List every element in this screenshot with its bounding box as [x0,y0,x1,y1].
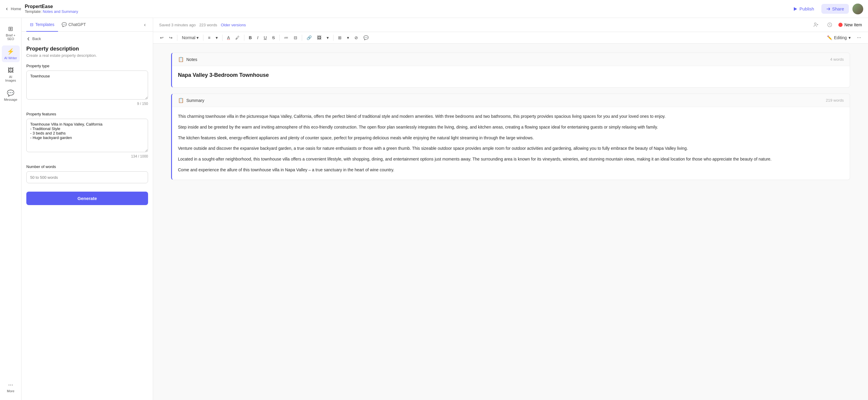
word-count: 223 words [199,23,217,27]
clock-button[interactable] [825,21,835,29]
more-icon: ··· [8,381,13,388]
text-style-select[interactable]: Normal ▾ [180,34,201,41]
summary-title: Summary [186,98,204,103]
bold-button[interactable]: B [247,34,254,41]
svg-marker-0 [794,7,797,11]
tab-chatgpt[interactable]: 💬 ChatGPT [58,18,89,32]
align-dropdown-button[interactable]: ▾ [214,34,220,41]
align-button[interactable]: ≡ [206,34,212,41]
sidebar-item-message[interactable]: 💬 Message [2,87,20,104]
ai-images-icon: 🖼 [8,67,14,74]
undo-button[interactable]: ↩ [158,34,166,41]
sidebar-item-brief-seo[interactable]: ⊞ Brief + SEO [2,23,20,43]
saved-status: Saved 3 minutes ago [159,23,196,27]
summary-icon: 📋 [178,97,184,103]
chatgpt-tab-icon: 💬 [62,22,67,27]
property-features-label: Property features [26,112,148,116]
clear-format-button[interactable]: ⊘ [352,34,360,41]
new-item-button[interactable]: New Item [838,23,862,27]
summary-para-6: Come and experience the allure of this t… [178,167,844,174]
add-user-button[interactable] [811,21,821,29]
summary-section-header: 📋 Summary 219 words [172,94,850,107]
back-button[interactable]: Back [26,36,41,41]
sidebar-item-more[interactable]: ··· More [2,379,20,395]
toolbar-sep-6 [302,35,302,41]
summary-section: 📋 Summary 219 words This charming townho… [171,94,850,180]
ai-images-label: AI Images [4,75,17,82]
italic-button[interactable]: I [255,34,260,41]
share-button[interactable]: Share [822,4,849,14]
bullet-list-button[interactable]: ≔ [282,34,290,41]
brief-seo-label: Brief + SEO [4,33,17,41]
notes-doc-title[interactable]: Napa Valley 3-Bedroom Townhouse [178,72,844,78]
strikethrough-button[interactable]: S [270,34,277,41]
image-dropdown-button[interactable]: ▾ [324,34,331,41]
editor-meta: Saved 3 minutes ago 223 words Older vers… [159,23,246,27]
panel-content: Back Property description Create a real … [22,32,153,400]
table-dropdown-button[interactable]: ▾ [345,34,351,41]
generate-button[interactable]: Generate [26,192,148,205]
number-of-words-input[interactable] [26,171,148,183]
notes-section-header: 📋 Notes 4 words [172,53,850,66]
notes-section: 📋 Notes 4 words Napa Valley 3-Bedroom To… [171,53,850,88]
toolbar-sep-1 [177,35,177,41]
publish-button[interactable]: Publish [789,4,818,14]
highlight-button[interactable]: 🖊 [233,34,242,41]
message-label: Message [4,98,17,101]
toolbar-sep-4 [244,35,244,41]
property-type-counter: 9 / 150 [26,102,148,106]
property-type-label: Property type [26,64,148,68]
sidebar-item-ai-writer[interactable]: ⚡ AI Writer [2,45,20,62]
edit-icon: ✏️ [827,35,832,40]
summary-para-1: This charming townhouse villa in the pic… [178,113,844,120]
ai-writer-icon: ⚡ [7,48,14,55]
table-button[interactable]: ⊞ [336,34,344,41]
summary-word-count: 219 words [826,98,844,103]
older-versions-link[interactable]: Older versions [221,23,246,27]
panel-tabs: ⊟ Templates 💬 ChatGPT ‹ [22,18,153,32]
new-item-indicator [838,23,843,27]
sidebar-item-ai-images[interactable]: 🖼 AI Images [2,65,20,85]
property-type-field: Property type Townhouse 9 / 150 [26,64,148,106]
sidebar-icons: ⊞ Brief + SEO ⚡ AI Writer 🖼 AI Images 💬 … [0,18,22,400]
text-color-button[interactable]: A [225,34,232,41]
home-button[interactable]: Home [5,7,21,11]
collapse-panel-button[interactable]: ‹ [142,20,148,30]
property-type-input[interactable]: Townhouse [26,71,148,100]
comment-button[interactable]: 💬 [361,34,371,41]
property-features-input[interactable]: Townhouse Villa in Napa Valley, Californ… [26,119,148,152]
panel-section-title: Property description [26,46,148,52]
notes-icon: 📋 [178,57,184,62]
summary-body[interactable]: This charming townhouse villa in the pic… [172,107,850,180]
redo-button[interactable]: ↪ [167,34,175,41]
template-link[interactable]: Notes and Summary [43,9,79,14]
image-button[interactable]: 🖼 [315,34,323,41]
main-layout: ⊞ Brief + SEO ⚡ AI Writer 🖼 AI Images 💬 … [0,18,868,400]
more-options-button[interactable]: ⋯ [855,34,863,41]
toolbar-sep-7 [333,35,334,41]
editor-topbar: Saved 3 minutes ago 223 words Older vers… [153,18,868,32]
new-item-label: New Item [844,23,862,27]
summary-para-2: Step inside and be greeted by the warm a… [178,124,844,131]
summary-para-3: The kitchen features sleek, energy-effic… [178,135,844,142]
chevron-down-icon: ▾ [196,35,198,40]
ordered-list-button[interactable]: ⊟ [291,34,300,41]
top-bar-right: Publish Share [789,4,863,14]
notes-body[interactable]: Napa Valley 3-Bedroom Townhouse [172,66,850,87]
chatgpt-tab-label: ChatGPT [68,22,86,27]
panel-section-desc: Create a real estate property descriptio… [26,53,148,58]
top-bar-left: Home PropertEase Template: Notes and Sum… [5,4,78,14]
svg-point-1 [814,23,816,25]
link-button[interactable]: 🔗 [305,34,314,41]
tab-templates[interactable]: ⊟ Templates [26,18,58,32]
toolbar-sep-5 [279,35,280,41]
underline-button[interactable]: U [262,34,269,41]
notes-word-count: 4 words [830,57,844,62]
editing-mode-button[interactable]: ✏️ Editing ▾ [824,34,854,41]
top-bar: Home PropertEase Template: Notes and Sum… [0,0,868,18]
summary-header-left: 📋 Summary [178,97,204,103]
notes-header-left: 📋 Notes [178,57,197,62]
user-avatar[interactable] [852,4,863,14]
ai-writer-label: AI Writer [4,56,17,60]
templates-tab-label: Templates [35,22,55,27]
